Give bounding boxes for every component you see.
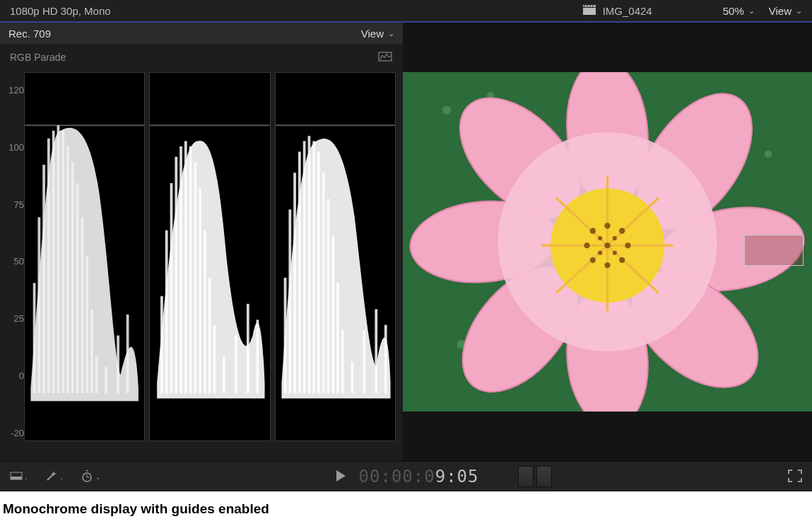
svg-point-43: [619, 257, 625, 263]
parade-blue: Blue: [275, 72, 396, 441]
scope-display: 120 100 75 50 25 0 -20: [0, 68, 403, 461]
enhancements-menu[interactable]: ⌄: [45, 470, 62, 484]
parade-red: Red: [24, 72, 145, 441]
axis-tick: 25: [1, 313, 24, 324]
clip-title: IMG_0424: [583, 5, 652, 17]
svg-point-36: [604, 223, 610, 228]
view-label: View: [769, 5, 792, 17]
svg-marker-56: [336, 470, 346, 482]
zoom-value: 50%: [723, 5, 744, 17]
viewer-top-bar: 1080p HD 30p, Mono IMG_0424 50% ⌄ View ⌄: [0, 0, 812, 23]
clip-name: IMG_0424: [603, 5, 652, 17]
svg-point-40: [625, 243, 630, 248]
axis-tick: 100: [1, 142, 24, 153]
figure-caption: Monochrome display with guides enabled: [0, 491, 812, 517]
svg-point-38: [584, 243, 589, 248]
svg-rect-49: [11, 477, 22, 479]
svg-point-47: [613, 250, 617, 255]
fullscreen-button[interactable]: [788, 470, 802, 484]
axis-tick: 0: [1, 371, 24, 381]
svg-point-37: [619, 228, 625, 233]
clip-appearance-menu[interactable]: ⌄: [10, 470, 27, 484]
svg-point-35: [590, 228, 596, 233]
timecode-display[interactable]: 00:00:09:05: [359, 467, 479, 486]
play-button[interactable]: [335, 470, 346, 484]
scope-settings-icon[interactable]: [377, 51, 393, 64]
gamut-label: Rec. 709: [8, 28, 51, 40]
parade-green: Green: [149, 72, 270, 441]
axis-tick: 75: [1, 199, 24, 210]
split-pane: Rec. 709 View ⌄ RGB Parade 120 100 75: [0, 23, 812, 461]
svg-point-39: [604, 243, 610, 248]
svg-point-46: [598, 250, 602, 255]
svg-point-11: [442, 106, 451, 115]
scope-axis: 120 100 75 50 25 0 -20: [1, 72, 24, 458]
audio-meters: [518, 466, 552, 487]
svg-rect-0: [583, 8, 596, 15]
timecode-dim: 00:00:0: [359, 467, 435, 486]
axis-tick: 50: [1, 256, 24, 267]
svg-text:⌄: ⌄: [95, 474, 99, 481]
app-window: 1080p HD 30p, Mono IMG_0424 50% ⌄ View ⌄…: [0, 0, 812, 491]
format-label: 1080p HD 30p, Mono: [10, 5, 111, 17]
video-scopes-panel: Rec. 709 View ⌄ RGB Parade 120 100 75: [0, 23, 403, 461]
timecode-highlight: 9:05: [435, 467, 479, 486]
chevron-down-icon: ⌄: [388, 29, 394, 38]
svg-point-45: [613, 236, 617, 240]
clapperboard-icon: [583, 5, 596, 17]
chevron-down-icon: ⌄: [796, 6, 802, 16]
retime-menu[interactable]: ⌄: [81, 470, 99, 484]
scopes-view-label: View: [361, 28, 384, 40]
svg-text:⌄: ⌄: [59, 474, 62, 481]
color-sampler-overlay[interactable]: [744, 235, 804, 266]
scopes-header: Rec. 709 View ⌄: [0, 23, 403, 44]
axis-tick: -20: [1, 428, 24, 438]
svg-text:⌄: ⌄: [24, 474, 27, 481]
transport-bar: ⌄ ⌄ ⌄ 00:00:09:05: [0, 461, 812, 491]
scope-type-label: RGB Parade: [10, 52, 66, 63]
zoom-dropdown[interactable]: 50% ⌄: [723, 5, 755, 17]
svg-point-14: [765, 151, 772, 158]
chevron-down-icon: ⌄: [748, 6, 755, 16]
view-dropdown[interactable]: View ⌄: [769, 5, 802, 17]
svg-point-44: [598, 236, 602, 240]
viewer-canvas[interactable]: [403, 23, 812, 461]
svg-point-41: [590, 257, 596, 263]
scopes-view-dropdown[interactable]: View ⌄: [361, 28, 394, 40]
svg-point-42: [604, 262, 610, 268]
axis-tick: 120: [1, 85, 24, 95]
